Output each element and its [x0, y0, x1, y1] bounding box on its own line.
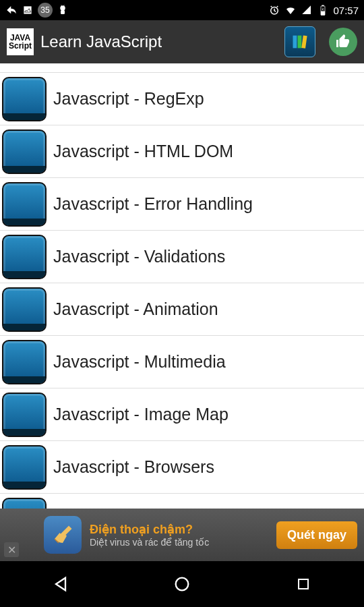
- list-item-label: Javascript - HTML DOM: [53, 142, 233, 161]
- list-item-label: Javascript - Error Handling: [53, 194, 253, 214]
- list-item-label: Javascript - Multimedia: [53, 352, 226, 372]
- book-icon: [2, 340, 47, 384]
- list-item[interactable]: Javascript - Error Handling: [0, 178, 364, 231]
- list-item-label: Javascript - Validations: [53, 247, 225, 266]
- book-icon: [2, 182, 47, 227]
- wifi-icon: [284, 4, 297, 16]
- list-item-label: Javascript - Browsers: [53, 457, 214, 477]
- clock-text: 07:57: [333, 5, 359, 16]
- list-item[interactable]: Javascript - Browsers: [0, 441, 364, 494]
- topic-list[interactable]: Javascript - RegExp Javascript - HTML DO…: [0, 63, 364, 546]
- ad-banner[interactable]: ✕ Điện thoại chậm? Diệt virus và rác để …: [0, 509, 364, 561]
- thumbs-up-button[interactable]: [329, 28, 357, 56]
- list-item-label: Javascript - Image Map: [53, 405, 229, 424]
- battery-icon: [317, 4, 329, 16]
- navigation-bar: [0, 561, 364, 607]
- books-action-icon[interactable]: [284, 26, 315, 57]
- ad-close-button[interactable]: ✕: [4, 542, 19, 557]
- ad-broom-icon: [44, 516, 82, 554]
- list-item-label: Javascript - RegExp: [53, 89, 204, 109]
- image-icon: [22, 4, 34, 16]
- svg-rect-7: [322, 5, 324, 7]
- alarm-icon: [268, 4, 280, 16]
- notification-count-badge: 35: [38, 3, 53, 18]
- recent-apps-button[interactable]: [290, 571, 317, 598]
- app-title: Learn JavaScript: [40, 32, 278, 51]
- list-item[interactable]: Javascript - HTML DOM: [0, 125, 364, 178]
- ad-subtitle: Diệt virus và rác để tăng tốc: [90, 537, 268, 548]
- list-item[interactable]: Javascript - Validations: [0, 231, 364, 283]
- status-bar: 35 07:57: [0, 0, 364, 20]
- svg-point-11: [176, 578, 189, 591]
- svg-line-2: [61, 5, 62, 7]
- svg-point-0: [60, 5, 65, 11]
- signal-icon: [301, 4, 313, 16]
- android-icon: [57, 4, 69, 16]
- list-item[interactable]: Javascript - Image Map: [0, 388, 364, 441]
- bird-icon: [5, 4, 18, 16]
- svg-rect-8: [293, 36, 297, 49]
- app-bar: JAVA Script Learn JavaScript: [0, 20, 364, 63]
- list-item[interactable]: Javascript - Animation: [0, 283, 364, 336]
- back-button[interactable]: [47, 571, 74, 598]
- book-icon: [2, 77, 47, 121]
- svg-line-3: [64, 5, 65, 7]
- book-icon: [2, 445, 47, 490]
- ad-cta-button[interactable]: Quét ngay: [276, 521, 357, 549]
- list-item-label: Javascript - Animation: [53, 299, 218, 319]
- book-icon: [2, 393, 47, 437]
- book-icon: [2, 129, 47, 174]
- book-icon: [2, 235, 47, 279]
- app-icon: JAVA Script: [7, 28, 34, 55]
- ad-text: Điện thoại chậm? Diệt virus và rác để tă…: [90, 522, 268, 548]
- list-item-partial[interactable]: [0, 63, 364, 73]
- svg-rect-6: [321, 11, 325, 16]
- svg-rect-10: [301, 35, 307, 48]
- list-item[interactable]: Javascript - Multimedia: [0, 336, 364, 388]
- ad-title: Điện thoại chậm?: [90, 522, 268, 537]
- svg-rect-1: [61, 10, 65, 14]
- list-item[interactable]: Javascript - RegExp: [0, 73, 364, 125]
- book-icon: [2, 287, 47, 332]
- svg-rect-9: [298, 36, 302, 49]
- home-button[interactable]: [169, 571, 195, 598]
- svg-rect-12: [299, 579, 308, 589]
